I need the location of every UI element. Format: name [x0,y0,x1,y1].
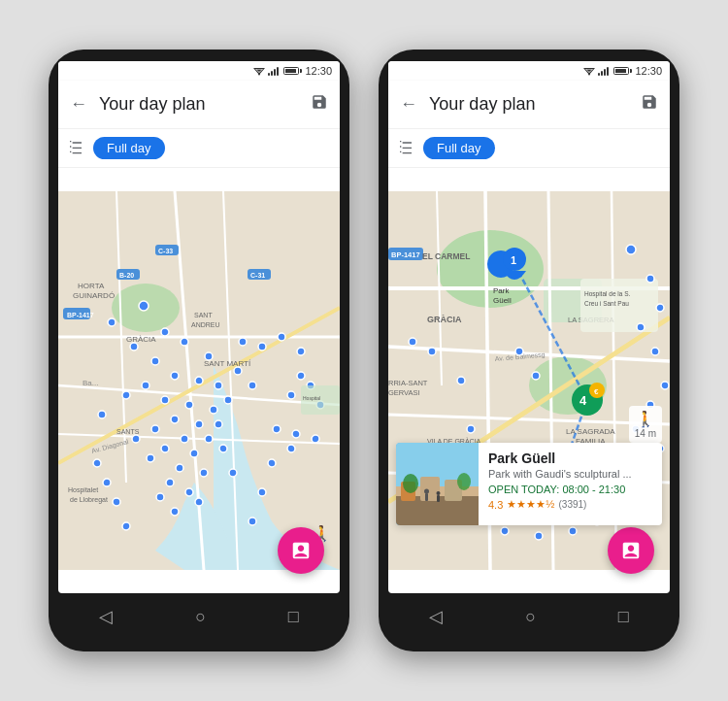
svg-point-42 [142,382,149,389]
svg-point-146 [535,532,543,540]
filter-bar-right: Full day [388,129,670,168]
svg-point-49 [195,420,203,428]
svg-point-43 [122,391,130,399]
home-nav-left[interactable]: ○ [195,607,206,627]
svg-point-38 [195,377,203,384]
status-bar-left: 12:30 [58,61,340,81]
svg-text:de Llobregat: de Llobregat [70,496,108,504]
svg-text:BP-1417: BP-1417 [67,312,94,318]
svg-point-47 [224,396,232,404]
svg-point-40 [234,367,242,375]
svg-point-44 [161,396,169,404]
svg-point-78 [297,348,305,355]
svg-text:SANT MARTÍ: SANT MARTÍ [204,359,251,368]
svg-point-39 [215,382,222,389]
save-button-left[interactable] [311,93,328,116]
svg-point-137 [457,377,465,384]
svg-point-46 [210,406,217,414]
svg-point-56 [190,450,198,457]
rating-number: 4.3 [488,499,503,511]
svg-point-167 [403,474,418,493]
recent-nav-left[interactable]: □ [288,607,299,627]
map-area-right[interactable]: Av. de Balmessg BP-1417 EL CARMEL GRÀCIA… [388,168,670,593]
back-button-right[interactable]: ← [400,94,417,115]
svg-text:ANDREU: ANDREU [191,321,220,328]
status-bar-right: 12:30 [388,61,670,81]
left-screen: 12:30 ← Your day plan Full day [58,61,340,593]
svg-point-132 [661,382,669,389]
left-phone: 12:30 ← Your day plan Full day [49,50,349,651]
svg-text:Ba...: Ba... [83,379,98,387]
battery-icon-left [283,67,299,75]
svg-point-168 [457,473,471,490]
svg-point-59 [176,464,183,472]
svg-point-80 [287,391,295,399]
svg-point-85 [312,435,319,443]
filter-icon-left[interactable] [68,139,83,158]
svg-point-145 [501,527,509,535]
svg-point-62 [185,488,193,496]
place-rating: 4.3 ★★★★½ (3391) [488,498,652,511]
home-nav-right[interactable]: ○ [525,607,536,627]
app-bar-right: ← Your day plan [388,81,670,129]
svg-point-147 [569,527,577,535]
svg-text:1: 1 [511,254,516,266]
svg-point-127 [626,245,636,254]
svg-point-170 [424,489,429,494]
full-day-chip-left[interactable]: Full day [93,137,165,159]
back-nav-right[interactable]: ◁ [429,606,443,627]
full-day-chip-right[interactable]: Full day [423,137,495,159]
svg-text:C-31: C-31 [250,272,265,279]
svg-text:GRÀCIA: GRÀCIA [427,315,462,324]
svg-text:Hospital de la S.: Hospital de la S. [584,290,631,298]
nav-bar-right: ◁ ○ □ [388,593,670,640]
svg-point-140 [467,425,475,433]
back-button-left[interactable]: ← [70,94,87,115]
svg-point-150 [532,372,540,380]
svg-point-72 [268,459,276,467]
svg-rect-171 [437,495,440,502]
svg-point-130 [637,323,645,331]
svg-point-60 [200,469,208,477]
signal-icon-right [598,66,609,76]
svg-point-77 [278,333,285,341]
info-card[interactable]: Park Güell Park with Gaudi's sculptural … [396,443,662,525]
time-right: 12:30 [635,65,662,77]
svg-point-68 [229,469,237,477]
svg-text:EL CARMEL: EL CARMEL [422,251,470,261]
recent-nav-right[interactable]: □ [618,607,629,627]
svg-point-70 [113,498,120,506]
svg-point-35 [205,352,213,360]
fab-button-left[interactable] [278,527,324,574]
svg-text:SANTS: SANTS [116,428,140,435]
svg-point-71 [258,488,266,496]
svg-point-84 [292,430,300,438]
svg-point-54 [215,420,222,428]
svg-point-30 [139,301,149,311]
svg-point-34 [181,338,188,346]
svg-point-95 [588,74,590,76]
svg-rect-169 [425,493,428,501]
svg-point-31 [108,318,116,326]
svg-point-65 [171,508,179,516]
save-button-right[interactable] [641,93,658,116]
back-nav-left[interactable]: ◁ [99,606,113,627]
wifi-icon-right [583,66,595,76]
svg-text:4: 4 [579,393,587,408]
svg-point-48 [171,416,179,423]
svg-text:Hospital: Hospital [303,395,320,401]
svg-point-61 [166,479,174,486]
fab-button-right[interactable] [608,527,654,574]
svg-point-64 [195,498,203,506]
svg-point-129 [656,304,664,312]
map-area-left[interactable]: Av. Diagonal HORTA GUINARDÓ GRÀCIA SANTS… [58,168,340,593]
app-title-left: Your day plan [99,94,299,115]
svg-point-51 [181,435,188,443]
svg-text:C-33: C-33 [158,248,173,254]
signal-icon-left [268,66,279,76]
svg-point-37 [171,372,179,380]
svg-point-66 [248,517,256,525]
right-phone: 12:30 ← Your day plan Full day [379,50,679,651]
filter-icon-right[interactable] [398,139,414,158]
status-icons: 12:30 [253,65,332,77]
